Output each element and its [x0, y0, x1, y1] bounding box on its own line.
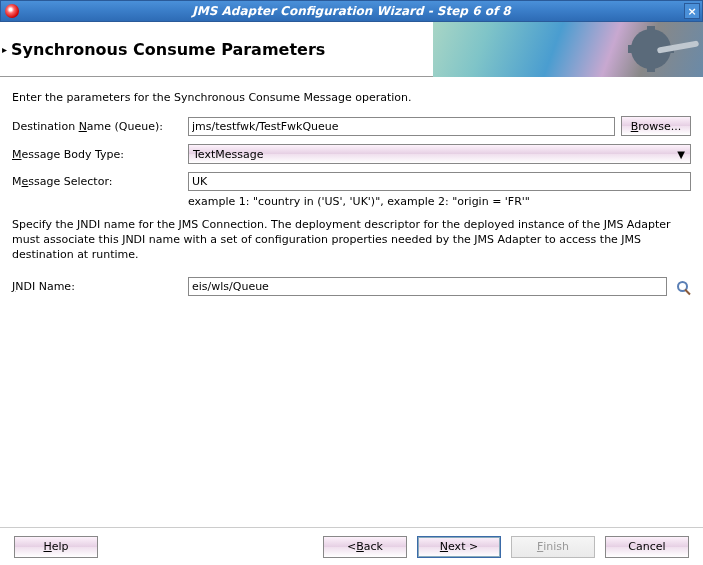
jndi-label: JNDI Name: [12, 280, 182, 293]
magnifier-icon [677, 281, 688, 292]
next-button[interactable]: Next > [417, 536, 501, 558]
titlebar: JMS Adapter Configuration Wizard - Step … [0, 0, 703, 22]
close-icon[interactable]: × [684, 3, 700, 19]
selector-label: Message Selector: [12, 175, 182, 188]
banner-art [433, 22, 703, 77]
jndi-input[interactable] [188, 277, 667, 296]
app-icon [5, 4, 19, 18]
body-type-value: TextMessage [193, 148, 263, 161]
destination-input[interactable] [188, 117, 615, 136]
banner-arrow-icon: ▸ [2, 44, 7, 55]
finish-button: Finish [511, 536, 595, 558]
row-body-type: Message Body Type: TextMessage ▼ [12, 144, 691, 164]
jndi-description: Specify the JNDI name for the JMS Connec… [12, 218, 691, 263]
selector-input[interactable] [188, 172, 691, 191]
intro-text: Enter the parameters for the Synchronous… [12, 91, 691, 104]
row-jndi: JNDI Name: [12, 277, 691, 296]
wizard-footer: Help < Back Next > Finish Cancel [0, 527, 703, 565]
content-area: Enter the parameters for the Synchronous… [0, 77, 703, 527]
window-title: JMS Adapter Configuration Wizard - Step … [192, 4, 510, 18]
help-button[interactable]: Help [14, 536, 98, 558]
browse-button[interactable]: Browse... [621, 116, 691, 136]
cancel-button[interactable]: Cancel [605, 536, 689, 558]
row-destination: Destination Name (Queue): Browse... [12, 116, 691, 136]
back-button[interactable]: < Back [323, 536, 407, 558]
lookup-icon[interactable] [673, 277, 691, 295]
page-heading: Synchronous Consume Parameters [11, 40, 325, 59]
browse-label-rest: rowse... [638, 120, 681, 133]
wizard-banner: ▸ Synchronous Consume Parameters [0, 22, 703, 77]
row-selector: Message Selector: [12, 172, 691, 191]
selector-hint: example 1: "country in ('US', 'UK')", ex… [188, 195, 691, 208]
body-type-label: Message Body Type: [12, 148, 182, 161]
body-type-select[interactable]: TextMessage ▼ [188, 144, 691, 164]
chevron-down-icon: ▼ [677, 149, 685, 160]
destination-label: Destination Name (Queue): [12, 120, 182, 133]
